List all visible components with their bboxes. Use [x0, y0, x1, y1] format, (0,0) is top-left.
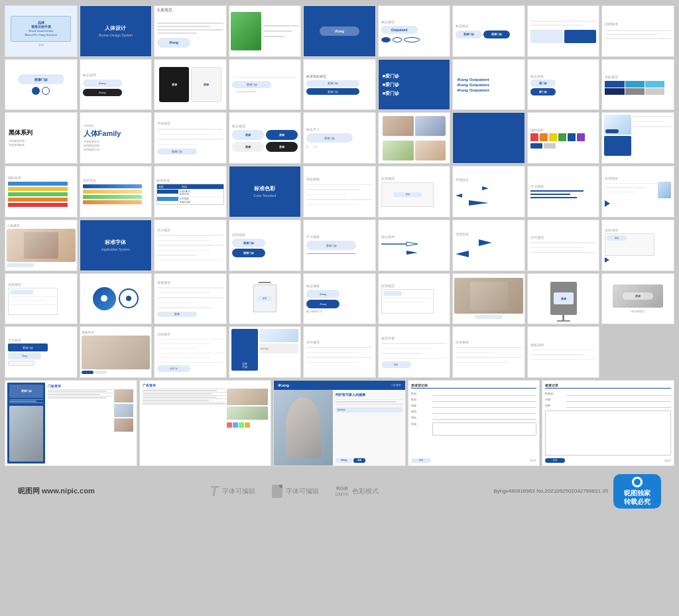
doc-editable-item: 字体可编辑 — [272, 485, 319, 498]
large-pages-grid: 爱康门诊 门诊宣传 — [5, 380, 674, 466]
page-thumb[interactable]: 卡片套装 爱康门诊 iKang — [5, 326, 78, 378]
bottom-right: Byhgx480918963 No.2021092502042799831 20… — [493, 474, 661, 509]
badge-line2: 转载必究 — [624, 497, 650, 506]
page-thumb[interactable]: iKang — [303, 5, 376, 57]
page-thumb[interactable]: 箭头系列 — [378, 219, 451, 271]
svg-marker-5 — [456, 239, 492, 246]
page-thumb[interactable]: 标准色值 色彩 色值 C:100 M:70R:26 G:79 C:70 M:20… — [154, 166, 227, 217]
page-thumb[interactable]: 辅助色系 — [5, 166, 78, 217]
page-thumb[interactable]: 标准色彩 Color Standard — [229, 166, 302, 217]
font-editable-item: T 字体可编辑 — [210, 483, 255, 500]
page-thumb[interactable]: 应用系统 — [601, 166, 674, 217]
main-container: 品牌视觉识别手册Brand Visual IdentityManual For … — [5, 0, 674, 514]
page-thumb[interactable]: 黑体系列 字体规范说明 字体使用标准 — [5, 112, 78, 164]
heiti-label: 黑体系列 — [9, 129, 32, 137]
page-thumb[interactable]: 标志规格 iKang iKang 最小使用尺寸 — [303, 273, 376, 325]
page-thumb[interactable]: 标准色彩规范 爱康门诊 爱康门诊 — [303, 59, 376, 111]
page-thumb[interactable]: 色彩规范 — [601, 59, 674, 111]
page-thumb[interactable]: 信纸规范 — [5, 273, 78, 325]
svg-marker-0 — [456, 186, 489, 190]
page-thumb[interactable] — [601, 112, 674, 164]
page-thumb[interactable] — [452, 112, 525, 164]
svg-marker-4 — [381, 251, 418, 255]
page-thumb[interactable]: 标准字体 Application System — [80, 219, 153, 271]
page-thumb[interactable]: 爱康门诊 ← → — [229, 59, 302, 111]
doc-icon — [272, 485, 282, 498]
page-large-5[interactable]: 检查记录 检查项: 日期: 结果: — [542, 380, 674, 466]
badge-line1: 昵图独家 — [624, 489, 650, 497]
bottom-bar: 昵图网 www.nipic.com T 字体可编辑 字体可编辑 RGB CMYK… — [5, 469, 674, 514]
page-thumb[interactable]: 标志规范 爱康 爱康 爱康 爱康 — [229, 112, 302, 164]
page-thumb[interactable]: 字体规范 人体Family 字体说明文字 使用规范说明 应用场景介绍 — [80, 112, 153, 164]
page-thumb[interactable]: 爱康 — [527, 273, 600, 325]
svg-marker-6 — [456, 251, 492, 257]
page-thumb[interactable]: 人体设计 Human Design System — [80, 5, 153, 57]
page-thumb[interactable]: 标志尺寸 爱康门诊 |← →| — [303, 112, 376, 164]
page-thumb[interactable]: 应用规范 — [378, 273, 451, 325]
page-thumb[interactable] — [378, 112, 451, 164]
page-thumb[interactable]: 应用系统 爱康门诊 爱康门诊 — [229, 219, 302, 271]
page-large-4[interactable]: 患者登记表 姓名: 性别: 年龄: — [408, 380, 540, 466]
page-thumb[interactable]: 品牌标准 — [601, 5, 674, 57]
page-thumb[interactable] — [452, 273, 525, 325]
family-text: 人体Family — [84, 129, 121, 139]
page-thumb[interactable]: 应用系统 — [452, 326, 525, 378]
page-thumb[interactable]: 色彩规格 — [303, 166, 376, 217]
copyright-text: Byhgx480918963 No.2021092502042799831 20 — [493, 487, 608, 496]
svg-marker-1 — [456, 194, 489, 198]
page-thumb[interactable]: 信纸规范 爱康门诊 — [154, 326, 227, 378]
page-thumb[interactable]: 辅助色彩 — [527, 112, 600, 164]
page-thumb[interactable] — [229, 5, 302, 57]
page-thumb[interactable]: 元素规范 iKang — [154, 5, 227, 57]
page-thumb[interactable]: 表格规范 爱康 — [154, 273, 227, 325]
page-thumb[interactable]: 尺寸规格 爱康门诊 | | — [303, 219, 376, 271]
page-thumb[interactable]: 文件规范 — [527, 219, 600, 271]
page-thumb[interactable]: 爱康 爱康 — [154, 59, 227, 111]
pages-grid: 品牌视觉识别手册Brand Visual IdentityManual For … — [5, 5, 674, 378]
brand-badge[interactable]: 昵图独家 转载必究 — [613, 474, 661, 509]
page-thumb[interactable]: 规格说明 — [527, 326, 600, 378]
page-thumb[interactable] — [527, 5, 600, 57]
page-thumb[interactable]: 信封信纸 爱康 — [601, 219, 674, 271]
font-editable-label: 字体可编辑 — [222, 487, 255, 496]
page-thumb[interactable]: 品牌手册 数字设备 — [229, 326, 302, 378]
page-thumb[interactable]: 形象照片 — [80, 326, 153, 378]
page-thumb[interactable]: 爱康门诊 — [5, 59, 78, 111]
page-thumb[interactable]: 标志使用 iKang iKang — [80, 59, 153, 111]
page-thumb[interactable]: 人物摄影 — [5, 219, 78, 271]
bottom-center-icons: T 字体可编辑 字体可编辑 RGB CMYK 色彩模式 — [210, 483, 379, 500]
page-thumb[interactable]: 名片规范 — [154, 219, 227, 271]
page-thumb[interactable]: 字体规范 爱康门诊 — [154, 112, 227, 164]
page-large-2[interactable]: 广告宣传 — [139, 380, 272, 466]
doc-editable-label: 字体可编辑 — [286, 487, 319, 496]
page-large-3[interactable]: iKang 门诊服务 呵护您与家人的健康 预约服务 — [273, 380, 406, 466]
page-thumb[interactable]: 品牌视觉识别手册Brand Visual IdentityManual For … — [5, 5, 78, 57]
page-thumb[interactable] — [80, 273, 153, 325]
page-thumb[interactable]: 渐变色彩 — [80, 166, 153, 217]
page-thumb[interactable]: 应用规范 爱康 — [378, 166, 451, 217]
svg-marker-2 — [469, 200, 489, 206]
color-mode-item: RGB CMYK 色彩模式 — [336, 485, 379, 497]
page-thumb[interactable]: 爱康 标识牌规范 — [601, 273, 674, 325]
page-thumb[interactable]: 规范手册 爱康 — [378, 326, 451, 378]
rgb-cmyk-icon: RGB CMYK — [336, 485, 349, 497]
page-thumb[interactable]: 标志组合 爱康门诊 爱康门诊 — [452, 5, 525, 57]
page-thumb[interactable]: 导视箭头 — [452, 166, 525, 217]
font-T-icon: T — [210, 483, 218, 500]
page-thumb[interactable]: ■爱门诊 ■爱门诊 ■爱门诊 — [378, 59, 451, 111]
page-thumb[interactable]: 导视系统 — [452, 219, 525, 271]
page-thumb[interactable]: 标志变体 爱门诊 爱门诊 — [527, 59, 600, 111]
page-thumb[interactable]: 爱康 — [229, 273, 302, 325]
page-thumb[interactable]: iKang Outpatient iKang Outpatient iKang … — [452, 59, 525, 111]
page-thumb[interactable]: 文件规范 — [303, 326, 376, 378]
site-name: 昵图网 www.nipic.com — [18, 486, 95, 496]
page-thumb[interactable]: 尺寸规格 — [527, 166, 600, 217]
color-mode-label: 色彩模式 — [352, 487, 379, 496]
svg-marker-3 — [381, 242, 418, 246]
page-thumb[interactable]: 标志规范 Outpatient — [378, 5, 451, 57]
page-large-1[interactable]: 爱康门诊 门诊宣传 — [5, 380, 137, 466]
